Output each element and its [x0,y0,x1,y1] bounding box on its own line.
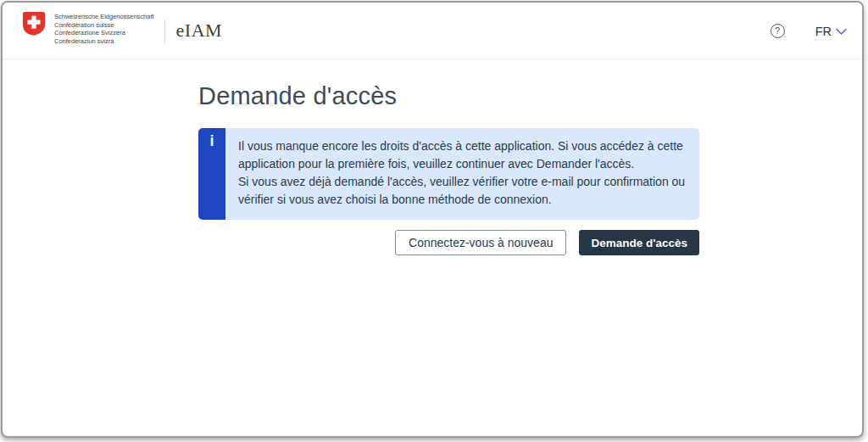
app-title: eIAM [176,20,223,42]
request-access-button[interactable]: Demande d'accès [579,230,699,255]
confederation-line-de: Schweizerische Eidgenossenschaft [54,13,154,21]
confederation-name-lines: Schweizerische Eidgenossenschaft Confédé… [54,13,154,45]
swiss-coat-of-arms-icon [21,11,47,36]
confederation-line-fr: Confédération suisse [54,21,154,30]
action-button-row: Connectez-vous à nouveau Demande d'accès [198,230,699,255]
language-code: FR [815,25,832,38]
header-actions: ? FR [771,24,847,38]
chevron-down-icon [836,28,847,36]
main-content: Demande d'accès i Il vous manque encore … [3,59,862,255]
browser-window: Schweizerische Eidgenossenschaft Confédé… [1,1,864,438]
login-again-button[interactable]: Connectez-vous à nouveau [395,230,566,255]
page-title: Demande d'accès [198,82,862,110]
confederation-line-it: Confederazione Svizzera [54,29,154,37]
info-paragraph-1: Il vous manque encore les droits d'accès… [238,137,686,173]
logo-divider [164,20,165,43]
info-paragraph-2: Si vous avez déjà demandé l'accès, veuil… [238,173,686,209]
help-icon[interactable]: ? [771,24,785,38]
confederation-line-rm: Confederaziun svizra [54,37,154,46]
info-message-box: i Il vous manque encore les droits d'acc… [198,128,699,220]
info-message-text: Il vous manque encore les droits d'accès… [225,128,699,220]
info-icon: i [198,128,225,220]
app-header: Schweizerische Eidgenossenschaft Confédé… [3,3,862,59]
federal-logo: Schweizerische Eidgenossenschaft Confédé… [21,3,222,59]
language-selector[interactable]: FR [815,25,847,38]
